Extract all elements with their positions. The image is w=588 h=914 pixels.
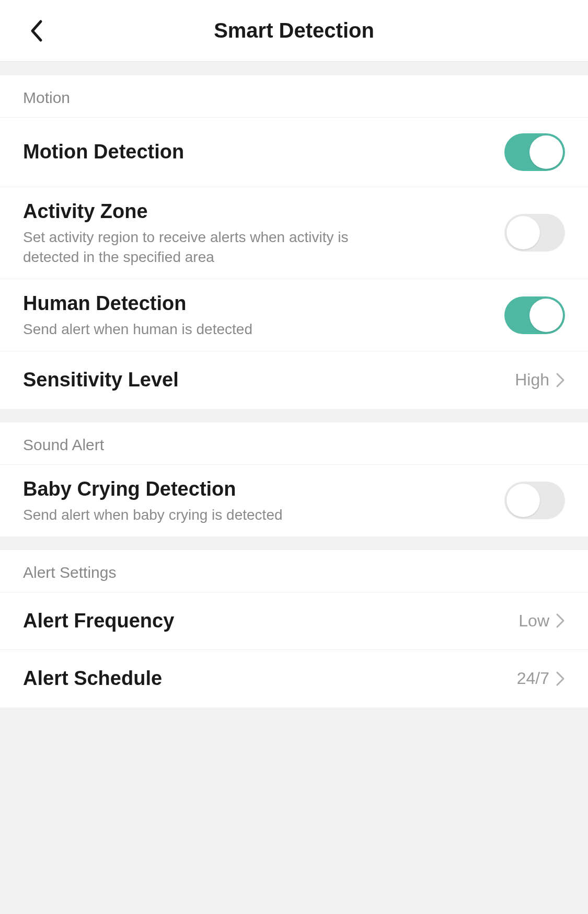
row-text: Human Detection Send alert when human is… bbox=[23, 291, 504, 339]
chevron-left-icon bbox=[29, 19, 44, 42]
back-button[interactable] bbox=[25, 19, 48, 42]
section-alert: Alert Settings Alert Frequency Low Alert… bbox=[0, 550, 588, 707]
activity-zone-title: Activity Zone bbox=[23, 199, 494, 224]
spacer bbox=[0, 62, 588, 75]
row-right: 24/7 bbox=[517, 669, 565, 688]
baby-crying-subtitle: Send alert when baby crying is detected bbox=[23, 505, 363, 525]
activity-zone-toggle[interactable] bbox=[504, 214, 565, 252]
sensitivity-value: High bbox=[515, 370, 549, 390]
row-motion-detection[interactable]: Motion Detection bbox=[0, 118, 588, 187]
row-baby-crying[interactable]: Baby Crying Detection Send alert when ba… bbox=[0, 465, 588, 536]
header: Smart Detection bbox=[0, 0, 588, 62]
section-header-sound: Sound Alert bbox=[0, 422, 588, 465]
spacer bbox=[0, 536, 588, 550]
row-right: High bbox=[515, 370, 565, 390]
human-detection-subtitle: Send alert when human is detected bbox=[23, 319, 363, 339]
toggle-knob bbox=[506, 216, 540, 249]
alert-frequency-value: Low bbox=[518, 611, 549, 631]
row-text: Alert Frequency bbox=[23, 608, 518, 634]
row-right: Low bbox=[518, 611, 565, 631]
row-text: Baby Crying Detection Send alert when ba… bbox=[23, 476, 504, 525]
chevron-right-icon bbox=[556, 372, 565, 388]
activity-zone-subtitle: Set activity region to receive alerts wh… bbox=[23, 227, 363, 267]
section-header-motion: Motion bbox=[0, 75, 588, 118]
row-text: Activity Zone Set activity region to rec… bbox=[23, 199, 504, 267]
row-human-detection[interactable]: Human Detection Send alert when human is… bbox=[0, 279, 588, 351]
baby-crying-title: Baby Crying Detection bbox=[23, 476, 494, 502]
motion-detection-toggle[interactable] bbox=[504, 133, 565, 171]
section-header-alert: Alert Settings bbox=[0, 550, 588, 592]
motion-detection-title: Motion Detection bbox=[23, 139, 494, 165]
human-detection-toggle[interactable] bbox=[504, 296, 565, 334]
alert-frequency-title: Alert Frequency bbox=[23, 608, 508, 634]
row-activity-zone[interactable]: Activity Zone Set activity region to rec… bbox=[0, 187, 588, 279]
toggle-knob bbox=[506, 484, 540, 517]
row-alert-frequency[interactable]: Alert Frequency Low bbox=[0, 592, 588, 650]
row-sensitivity[interactable]: Sensitivity Level High bbox=[0, 351, 588, 408]
human-detection-title: Human Detection bbox=[23, 291, 494, 316]
alert-schedule-value: 24/7 bbox=[517, 669, 549, 688]
row-alert-schedule[interactable]: Alert Schedule 24/7 bbox=[0, 650, 588, 707]
alert-schedule-title: Alert Schedule bbox=[23, 666, 506, 691]
section-motion: Motion Motion Detection Activity Zone Se… bbox=[0, 75, 588, 409]
sensitivity-title: Sensitivity Level bbox=[23, 367, 504, 393]
row-text: Motion Detection bbox=[23, 139, 504, 165]
chevron-right-icon bbox=[556, 613, 565, 629]
baby-crying-toggle[interactable] bbox=[504, 482, 565, 519]
section-sound: Sound Alert Baby Crying Detection Send a… bbox=[0, 422, 588, 536]
toggle-knob bbox=[529, 299, 563, 332]
spacer bbox=[0, 409, 588, 422]
row-text: Alert Schedule bbox=[23, 666, 517, 691]
chevron-right-icon bbox=[556, 671, 565, 687]
toggle-knob bbox=[529, 135, 563, 169]
row-text: Sensitivity Level bbox=[23, 367, 515, 393]
page-title: Smart Detection bbox=[0, 19, 588, 42]
